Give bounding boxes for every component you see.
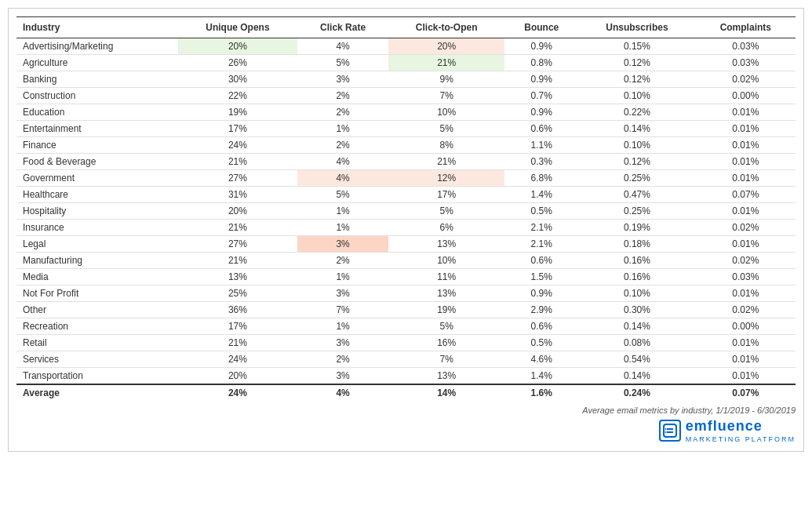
cell-industry: Manufacturing bbox=[16, 253, 178, 269]
cell-click-to-open: 21% bbox=[388, 154, 504, 170]
cell-industry: Media bbox=[16, 269, 178, 286]
table-row: Government27%4%12%6.8%0.25%0.01% bbox=[16, 170, 796, 187]
cell-click-to-open: 13% bbox=[388, 236, 504, 253]
cell-unique-opens: 21% bbox=[178, 253, 297, 269]
table-row: Other36%7%19%2.9%0.30%0.02% bbox=[16, 302, 796, 318]
cell-bounce: 2.9% bbox=[504, 302, 578, 318]
cell-complaints: 0.01% bbox=[696, 351, 796, 368]
cell-click-to-open: 9% bbox=[388, 71, 504, 88]
cell-bounce: 0.6% bbox=[504, 253, 578, 269]
table-header-row: Industry Unique Opens Click Rate Click-t… bbox=[16, 17, 796, 38]
cell-click-rate: 4% bbox=[297, 170, 388, 187]
cell-unsubscribes: 0.15% bbox=[578, 38, 695, 55]
cell-industry: Education bbox=[16, 104, 178, 121]
table-row: Entertainment17%1%5%0.6%0.14%0.01% bbox=[16, 121, 796, 137]
cell-click-to-open: 21% bbox=[388, 55, 504, 71]
col-header-click-to-open: Click-to-Open bbox=[388, 17, 504, 38]
cell-unique-opens: 21% bbox=[178, 335, 297, 351]
cell-click-rate: 7% bbox=[297, 302, 388, 318]
cell-complaints: 0.01% bbox=[696, 137, 796, 154]
cell-unsubscribes: 0.08% bbox=[578, 335, 695, 351]
cell-avg-unsubscribes: 0.24% bbox=[578, 384, 695, 401]
cell-unsubscribes: 0.47% bbox=[578, 187, 695, 203]
cell-unsubscribes: 0.30% bbox=[578, 302, 695, 318]
cell-click-rate: 1% bbox=[297, 269, 388, 286]
brand-text: emfluence MARKETING PLATFORM bbox=[686, 418, 796, 443]
table-row: Hospitality20%1%5%0.5%0.25%0.01% bbox=[16, 203, 796, 220]
cell-unique-opens: 21% bbox=[178, 154, 297, 170]
main-container: Industry Unique Opens Click Rate Click-t… bbox=[8, 8, 804, 452]
cell-click-rate: 2% bbox=[297, 104, 388, 121]
cell-click-rate: 3% bbox=[297, 286, 388, 302]
average-row: Average24%4%14%1.6%0.24%0.07% bbox=[16, 384, 796, 401]
cell-click-to-open: 5% bbox=[388, 318, 504, 335]
table-row: Banking30%3%9%0.9%0.12%0.02% bbox=[16, 71, 796, 88]
table-row: Media13%1%11%1.5%0.16%0.03% bbox=[16, 269, 796, 286]
cell-unique-opens: 19% bbox=[178, 104, 297, 121]
table-row: Advertising/Marketing20%4%20%0.9%0.15%0.… bbox=[16, 38, 796, 55]
cell-unique-opens: 26% bbox=[178, 55, 297, 71]
cell-complaints: 0.03% bbox=[696, 55, 796, 71]
cell-bounce: 0.5% bbox=[504, 203, 578, 220]
cell-bounce: 6.8% bbox=[504, 170, 578, 187]
cell-avg-bounce: 1.6% bbox=[504, 384, 578, 401]
cell-industry: Not For Profit bbox=[16, 286, 178, 302]
table-row: Retail21%3%16%0.5%0.08%0.01% bbox=[16, 335, 796, 351]
brand-section: emfluence MARKETING PLATFORM bbox=[16, 418, 796, 443]
cell-industry: Agriculture bbox=[16, 55, 178, 71]
cell-industry: Transportation bbox=[16, 368, 178, 385]
cell-click-rate: 2% bbox=[297, 351, 388, 368]
cell-complaints: 0.07% bbox=[696, 187, 796, 203]
cell-avg-unique-opens: 24% bbox=[178, 384, 297, 401]
cell-click-rate: 2% bbox=[297, 253, 388, 269]
cell-unsubscribes: 0.54% bbox=[578, 351, 695, 368]
cell-unsubscribes: 0.10% bbox=[578, 88, 695, 104]
table-row: Insurance21%1%6%2.1%0.19%0.02% bbox=[16, 220, 796, 236]
cell-unsubscribes: 0.10% bbox=[578, 286, 695, 302]
cell-complaints: 0.01% bbox=[696, 335, 796, 351]
cell-unsubscribes: 0.14% bbox=[578, 368, 695, 385]
cell-unique-opens: 17% bbox=[178, 121, 297, 137]
cell-unique-opens: 25% bbox=[178, 286, 297, 302]
cell-complaints: 0.01% bbox=[696, 286, 796, 302]
cell-unsubscribes: 0.25% bbox=[578, 203, 695, 220]
cell-click-rate: 4% bbox=[297, 38, 388, 55]
cell-unique-opens: 27% bbox=[178, 170, 297, 187]
col-header-complaints: Complaints bbox=[696, 17, 796, 38]
table-row: Legal27%3%13%2.1%0.18%0.01% bbox=[16, 236, 796, 253]
cell-complaints: 0.02% bbox=[696, 302, 796, 318]
cell-complaints: 0.01% bbox=[696, 154, 796, 170]
cell-industry: Insurance bbox=[16, 220, 178, 236]
table-row: Transportation20%3%13%1.4%0.14%0.01% bbox=[16, 368, 796, 385]
cell-click-to-open: 13% bbox=[388, 368, 504, 385]
svg-rect-2 bbox=[667, 431, 673, 433]
cell-industry: Banking bbox=[16, 71, 178, 88]
cell-industry: Other bbox=[16, 302, 178, 318]
cell-industry: Finance bbox=[16, 137, 178, 154]
cell-unique-opens: 36% bbox=[178, 302, 297, 318]
cell-bounce: 1.1% bbox=[504, 137, 578, 154]
cell-bounce: 0.9% bbox=[504, 286, 578, 302]
cell-click-rate: 3% bbox=[297, 368, 388, 385]
cell-click-rate: 1% bbox=[297, 318, 388, 335]
cell-unique-opens: 20% bbox=[178, 203, 297, 220]
cell-click-to-open: 7% bbox=[388, 351, 504, 368]
cell-click-rate: 5% bbox=[297, 187, 388, 203]
cell-complaints: 0.02% bbox=[696, 220, 796, 236]
table-row: Services24%2%7%4.6%0.54%0.01% bbox=[16, 351, 796, 368]
cell-unique-opens: 27% bbox=[178, 236, 297, 253]
cell-click-rate: 4% bbox=[297, 154, 388, 170]
cell-complaints: 0.02% bbox=[696, 71, 796, 88]
cell-industry: Advertising/Marketing bbox=[16, 38, 178, 55]
cell-bounce: 0.5% bbox=[504, 335, 578, 351]
cell-unsubscribes: 0.18% bbox=[578, 236, 695, 253]
cell-complaints: 0.00% bbox=[696, 318, 796, 335]
cell-complaints: 0.02% bbox=[696, 253, 796, 269]
cell-complaints: 0.01% bbox=[696, 121, 796, 137]
table-row: Manufacturing21%2%10%0.6%0.16%0.02% bbox=[16, 253, 796, 269]
cell-click-rate: 1% bbox=[297, 121, 388, 137]
metrics-table: Industry Unique Opens Click Rate Click-t… bbox=[16, 16, 796, 401]
cell-click-rate: 3% bbox=[297, 236, 388, 253]
cell-avg-complaints: 0.07% bbox=[696, 384, 796, 401]
svg-point-3 bbox=[665, 428, 666, 430]
